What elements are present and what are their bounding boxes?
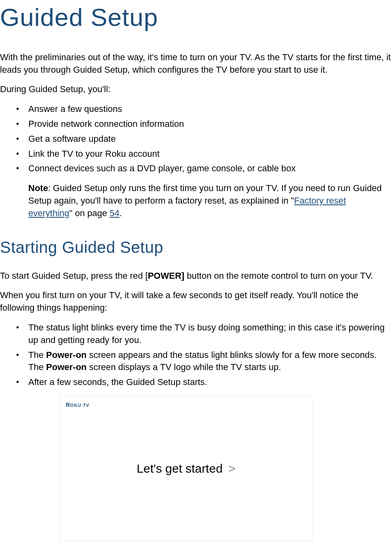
get-started-prompt: Let's get started > [137, 460, 235, 477]
section2-paragraph-2: When you first turn on your TV, it will … [0, 289, 392, 314]
startup-behavior-list: The status light blinks every time the T… [0, 322, 392, 389]
page-link[interactable]: 54 [110, 208, 119, 218]
setup-steps-list: Answer a few questions Provide network c… [0, 103, 392, 175]
power-button-label: POWER] [148, 271, 184, 281]
logo-text: R [66, 402, 70, 408]
text: To start Guided Setup, press the red [ [0, 271, 148, 281]
text: The [28, 350, 46, 360]
list-item: Provide network connection information [28, 118, 392, 130]
note-label: Note [28, 183, 48, 193]
power-on-label: Power-on [46, 350, 86, 360]
prompt-text: Let's get started [137, 462, 226, 475]
roku-tv-logo: ROKU TV [66, 401, 89, 409]
list-item: Connect devices such as a DVD player, ga… [28, 162, 392, 175]
list-item: The status light blinks every time the T… [28, 322, 392, 347]
note-text: " on page [70, 208, 110, 218]
text: button on the remote control to turn on … [184, 271, 373, 281]
text: screen displays a TV logo while the TV s… [86, 362, 281, 372]
list-item: Answer a few questions [28, 103, 392, 116]
list-item: Get a software update [28, 133, 392, 145]
setup-screenshot: ROKU TV Let's get started > [60, 396, 312, 541]
section-title: Starting Guided Setup [0, 236, 392, 259]
page-title: Guided Setup [0, 0, 392, 35]
list-item: The Power-on screen appears and the stat… [28, 349, 392, 374]
power-on-label: Power-on [46, 362, 86, 372]
list-item: Link the TV to your Roku account [28, 148, 392, 160]
intro-paragraph-2: During Guided Setup, you'll: [0, 83, 392, 96]
list-item: After a few seconds, the Guided Setup st… [28, 376, 392, 389]
intro-paragraph-1: With the preliminaries out of the way, i… [0, 51, 392, 76]
chevron-right-icon: > [228, 462, 236, 475]
note-block: Note: Guided Setup only runs the first t… [0, 182, 392, 219]
section2-paragraph-1: To start Guided Setup, press the red [PO… [0, 270, 392, 282]
logo-text: OKU TV [70, 403, 90, 408]
note-text: . [120, 208, 122, 218]
